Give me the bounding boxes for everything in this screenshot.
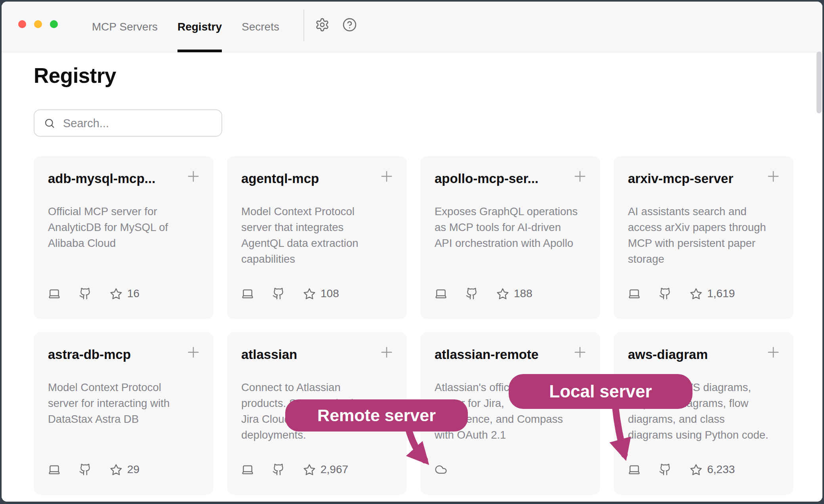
local-footer: 188 (435, 287, 532, 300)
add-server-button[interactable] (572, 168, 588, 185)
local-footer: 2,967 (241, 463, 348, 476)
local-footer: 1,619 (628, 287, 735, 300)
tab-mcp-servers[interactable]: MCP Servers (92, 2, 158, 52)
github-icon[interactable] (272, 287, 285, 300)
laptop-icon (48, 287, 61, 300)
server-description: AI assistants search and access arXiv pa… (628, 204, 779, 267)
local-footer: 29 (48, 463, 139, 476)
server-card-grid: adb-mysql-mcp... Official MCP server for… (34, 156, 822, 495)
server-name: atlassian-remote (435, 347, 573, 362)
star-icon (690, 287, 702, 300)
tab-registry[interactable]: Registry (177, 2, 222, 52)
server-name: astra-db-mcp (48, 347, 187, 362)
remote-footer (435, 463, 447, 476)
titlebar: MCP Servers Registry Secrets (2, 2, 822, 52)
server-card[interactable]: apollo-mcp-ser... Exposes GraphQL operat… (420, 156, 600, 319)
close-button[interactable] (18, 20, 26, 28)
star-icon (110, 463, 122, 476)
tab-bar: MCP Servers Registry Secrets (92, 2, 279, 52)
local-footer: 16 (48, 287, 139, 300)
scrollbar-thumb[interactable] (816, 52, 822, 113)
server-name: arxiv-mcp-server (628, 171, 767, 186)
star-count: 188 (514, 287, 532, 300)
star-icon (690, 463, 702, 476)
add-server-button[interactable] (185, 344, 202, 361)
github-icon[interactable] (79, 287, 92, 300)
tab-secrets[interactable]: Secrets (242, 2, 279, 52)
server-card[interactable]: arxiv-mcp-server AI assistants search an… (614, 156, 793, 319)
search-icon (44, 118, 55, 129)
search-input[interactable] (62, 110, 214, 137)
laptop-icon (48, 463, 61, 476)
server-description: Exposes GraphQL operations as MCP tools … (435, 204, 586, 251)
star-count: 108 (320, 287, 339, 300)
settings-gear-icon[interactable] (315, 17, 330, 34)
local-server-callout: Local server (509, 374, 692, 409)
add-server-button[interactable] (185, 168, 202, 185)
server-card[interactable]: agentql-mcp Model Context Protocol serve… (227, 156, 407, 319)
star-count: 2,967 (320, 463, 348, 476)
search-box (34, 109, 222, 137)
local-footer: 6,233 (628, 463, 735, 476)
add-server-button[interactable] (765, 168, 782, 185)
minimize-button[interactable] (34, 20, 42, 28)
local-server-callout-label: Local server (549, 382, 652, 401)
laptop-icon (628, 287, 641, 300)
cloud-icon (435, 463, 447, 476)
github-icon[interactable] (272, 463, 285, 476)
github-icon[interactable] (465, 287, 478, 300)
star-count: 1,619 (707, 287, 735, 300)
laptop-icon (241, 287, 254, 300)
help-icon[interactable] (342, 17, 357, 34)
app-window: MCP Servers Registry Secrets Regist (2, 2, 822, 502)
server-name: aws-diagram (628, 347, 767, 362)
remote-server-callout-label: Remote server (317, 406, 436, 425)
add-server-button[interactable] (378, 344, 395, 361)
page-title: Registry (34, 63, 822, 88)
server-name: agentql-mcp (241, 171, 380, 186)
laptop-icon (628, 463, 641, 476)
server-description: Model Context Protocol server for intera… (48, 380, 199, 427)
zoom-button[interactable] (50, 20, 58, 28)
server-card[interactable]: adb-mysql-mcp... Official MCP server for… (34, 156, 214, 319)
server-name: atlassian (241, 347, 380, 362)
server-name: adb-mysql-mcp... (48, 171, 187, 186)
star-icon (110, 287, 122, 300)
star-count: 29 (127, 463, 139, 476)
star-icon (496, 287, 509, 300)
star-count: 6,233 (707, 463, 735, 476)
star-icon (303, 287, 316, 300)
github-icon[interactable] (659, 463, 671, 476)
server-card[interactable]: astra-db-mcp Model Context Protocol serv… (34, 332, 214, 495)
registry-page: Registry adb-mysql-mcp... Official MCP s… (2, 52, 822, 502)
remote-server-callout: Remote server (285, 399, 468, 431)
toolbar-divider (303, 10, 304, 41)
traffic-lights (18, 20, 58, 28)
add-server-button[interactable] (572, 344, 588, 361)
star-icon (303, 463, 316, 476)
server-description: Official MCP server for AnalyticDB for M… (48, 204, 199, 251)
github-icon[interactable] (79, 463, 92, 476)
server-card[interactable]: aws-diagram Generate AWS diagrams, seque… (614, 332, 793, 495)
github-icon[interactable] (659, 287, 671, 300)
star-count: 16 (127, 287, 139, 300)
add-server-button[interactable] (378, 168, 395, 185)
add-server-button[interactable] (765, 344, 782, 361)
server-description: Model Context Protocol server that integ… (241, 204, 393, 267)
server-name: apollo-mcp-ser... (435, 171, 573, 186)
laptop-icon (435, 287, 447, 300)
laptop-icon (241, 463, 254, 476)
local-footer: 108 (241, 287, 339, 300)
